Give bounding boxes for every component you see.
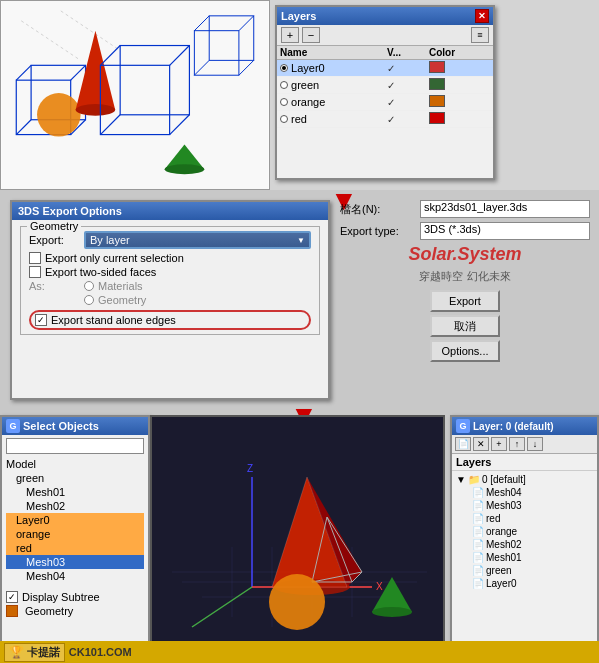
export-title: 3DS Export Options bbox=[18, 205, 122, 217]
cb2-checkbox[interactable] bbox=[29, 266, 41, 278]
tree-item[interactable]: Mesh02 bbox=[6, 499, 144, 513]
bottom-bar: 🏆 卡提諾 CK101.COM bbox=[0, 641, 599, 663]
svg-text:X: X bbox=[376, 581, 383, 592]
geometry-button[interactable]: Geometry bbox=[6, 605, 144, 617]
layer-panel-title: Layer: 0 (default) bbox=[473, 421, 554, 432]
tree-item[interactable]: Mesh03 bbox=[6, 555, 144, 569]
layers-close-button[interactable]: ✕ bbox=[475, 9, 489, 23]
standalone-checkbox[interactable] bbox=[35, 314, 47, 326]
cb2-label: Export two-sided faces bbox=[45, 266, 156, 278]
export-dropdown[interactable]: By layer ▼ bbox=[84, 231, 311, 249]
display-subtree-label: Display Subtree bbox=[22, 591, 100, 603]
mesh-icon: 📄 bbox=[472, 487, 484, 498]
radio-materials-label: Materials bbox=[98, 280, 143, 292]
layer-page-icon[interactable]: 📄 bbox=[455, 437, 471, 451]
tree-item[interactable]: Mesh01 bbox=[6, 485, 144, 499]
type-row: Export type: 3DS (*.3ds) bbox=[340, 222, 590, 240]
svg-point-11 bbox=[76, 104, 116, 116]
layer-delete-icon[interactable]: ✕ bbox=[473, 437, 489, 451]
svg-point-9 bbox=[37, 93, 81, 137]
layers-detail-button[interactable]: ≡ bbox=[471, 27, 489, 43]
dropdown-arrow-icon: ▼ bbox=[297, 236, 305, 245]
standalone-row: Export stand alone edges bbox=[29, 310, 311, 330]
mesh-icon: 📄 bbox=[472, 552, 484, 563]
options-button[interactable]: Options... bbox=[430, 340, 500, 362]
radio-materials[interactable] bbox=[84, 281, 94, 291]
layers-toolbar: + − ≡ bbox=[277, 25, 493, 46]
export-options-panel: 3DS Export Options Geometry Export: By l… bbox=[10, 200, 330, 400]
cancel-button[interactable]: 取消 bbox=[430, 315, 500, 337]
layer-tree-item[interactable]: 📄 orange bbox=[454, 525, 595, 538]
filename-input[interactable]: skp23ds01_layer.3ds bbox=[420, 200, 590, 218]
col-name: Name bbox=[277, 46, 384, 60]
select-title-bar: G Select Objects bbox=[2, 417, 148, 435]
export-title-bar: 3DS Export Options bbox=[12, 202, 328, 220]
layer-tree-item[interactable]: 📄 red bbox=[454, 512, 595, 525]
mesh-icon: 📄 bbox=[472, 565, 484, 576]
folder-icon: 📁 bbox=[468, 474, 480, 485]
tree-item[interactable]: Mesh04 bbox=[6, 569, 144, 583]
layer-tree-item[interactable]: ▼ 📁 0 [default] bbox=[454, 473, 595, 486]
cb1-row: Export only current selection bbox=[29, 252, 311, 264]
layer-panel-right: G Layer: 0 (default) 📄 ✕ + ↑ ↓ Layers ▼ … bbox=[450, 415, 599, 655]
layers-add-button[interactable]: + bbox=[281, 27, 299, 43]
layers-title-bar: Layers ✕ bbox=[277, 7, 493, 25]
as-label: As: bbox=[29, 280, 84, 292]
export-row: Export: By layer ▼ bbox=[29, 231, 311, 249]
layer-title-bar: G Layer: 0 (default) bbox=[452, 417, 597, 435]
select-title: Select Objects bbox=[23, 420, 99, 432]
layer-row[interactable]: green✓ bbox=[277, 77, 493, 94]
layer-row[interactable]: Layer0✓ bbox=[277, 60, 493, 77]
svg-rect-0 bbox=[1, 1, 268, 189]
display-subtree-checkbox[interactable] bbox=[6, 591, 18, 603]
type-label: Export type: bbox=[340, 225, 420, 237]
layer-tree-item[interactable]: 📄 green bbox=[454, 564, 595, 577]
object-tree: ModelgreenMesh01Mesh02Layer0orangeredMes… bbox=[6, 457, 144, 583]
geometry-icon bbox=[6, 605, 18, 617]
standalone-label: Export stand alone edges bbox=[51, 314, 176, 326]
tree-item[interactable]: red bbox=[6, 541, 144, 555]
tree-item[interactable]: Layer0 bbox=[6, 513, 144, 527]
layers-section-label: Layers bbox=[452, 454, 597, 471]
layer-row[interactable]: red✓ bbox=[277, 111, 493, 128]
export-button[interactable]: Export bbox=[430, 290, 500, 312]
mesh-icon: 📄 bbox=[472, 526, 484, 537]
brand-sub-text: 穿越時空 幻化未來 bbox=[340, 269, 590, 284]
svg-text:Z: Z bbox=[247, 463, 253, 474]
layer-toolbar: 📄 ✕ + ↑ ↓ bbox=[452, 435, 597, 454]
layer-tree-item[interactable]: 📄 Mesh03 bbox=[454, 499, 595, 512]
layers-panel: Layers ✕ + − ≡ Name V... Color Layer0✓ g… bbox=[275, 5, 495, 180]
select-search-input[interactable] bbox=[6, 438, 144, 454]
viewport-top bbox=[0, 0, 270, 190]
radio-geometry[interactable] bbox=[84, 295, 94, 305]
ck-text: 卡提諾 bbox=[27, 646, 60, 658]
mesh-icon: 📄 bbox=[472, 500, 484, 511]
tree-item[interactable]: green bbox=[6, 471, 144, 485]
layers-table: Name V... Color Layer0✓ green✓ orange✓ r… bbox=[277, 46, 493, 128]
filename-label: 檔名(N): bbox=[340, 202, 420, 217]
as-row: As: Materials bbox=[29, 280, 311, 292]
layer-tree-item[interactable]: 📄 Mesh04 bbox=[454, 486, 595, 499]
type-value: 3DS (*.3ds) bbox=[420, 222, 590, 240]
tree-item[interactable]: orange bbox=[6, 527, 144, 541]
radio-geometry-label: Geometry bbox=[98, 294, 146, 306]
select-objects-panel: G Select Objects ModelgreenMesh01Mesh02L… bbox=[0, 415, 150, 655]
layer-tree-item[interactable]: 📄 Layer0 bbox=[454, 577, 595, 590]
tree-item[interactable]: Model bbox=[6, 457, 144, 471]
mesh-icon: 📄 bbox=[472, 539, 484, 550]
cb1-checkbox[interactable] bbox=[29, 252, 41, 264]
top-section: Layers ✕ + − ≡ Name V... Color Layer0✓ g… bbox=[0, 0, 599, 190]
layer-down-icon[interactable]: ↓ bbox=[527, 437, 543, 451]
col-color: Color bbox=[426, 46, 493, 60]
filename-row: 檔名(N): skp23ds01_layer.3ds bbox=[340, 200, 590, 218]
layers-remove-button[interactable]: − bbox=[302, 27, 320, 43]
layer-tree-item[interactable]: 📄 Mesh02 bbox=[454, 538, 595, 551]
layer-add-icon[interactable]: + bbox=[491, 437, 507, 451]
layer-row[interactable]: orange✓ bbox=[277, 94, 493, 111]
layer-tree-item[interactable]: 📄 Mesh01 bbox=[454, 551, 595, 564]
svg-point-19 bbox=[165, 164, 205, 174]
type-value-text: 3DS (*.3ds) bbox=[424, 223, 481, 235]
layer-up-icon[interactable]: ↑ bbox=[509, 437, 525, 451]
select-icon: G bbox=[6, 419, 20, 433]
layer-panel-icon: G bbox=[456, 419, 470, 433]
